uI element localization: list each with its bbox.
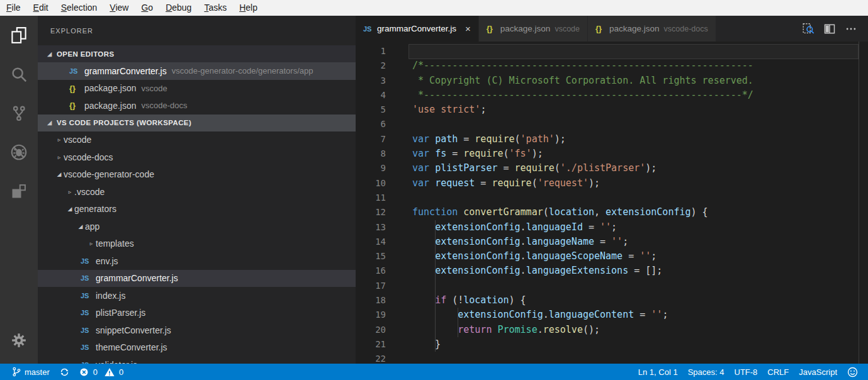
line-number: 1: [356, 44, 386, 59]
menu-mnemonic: V: [110, 3, 115, 13]
problems-indicator[interactable]: 0 0: [74, 364, 128, 380]
tree-item-vscode-generator-code[interactable]: ◢vscode-generator-code: [38, 166, 356, 184]
tree-item-grammarConverter.js[interactable]: JSgrammarConverter.js: [38, 270, 356, 288]
language-mode-indicator[interactable]: JavaScript: [794, 364, 842, 380]
chevron-collapsed-icon: ▹: [55, 137, 64, 143]
close-icon[interactable]: ×: [465, 24, 471, 33]
more-actions-button[interactable]: [840, 16, 862, 42]
open-editor-package.json[interactable]: {}package.jsonvscode: [38, 80, 356, 98]
encoding-indicator[interactable]: UTF-8: [730, 364, 763, 380]
code-line-18[interactable]: 18 if (!location) {: [356, 293, 868, 308]
file-tree: ▹vscode▹vscode-docs◢vscode-generator-cod…: [38, 131, 356, 364]
sidebar-title: EXPLORER: [38, 16, 356, 45]
tree-item-themeConverter.js[interactable]: JSthemeConverter.js: [38, 339, 356, 357]
activitybar-settings[interactable]: [0, 321, 38, 360]
tree-item-app[interactable]: ◢app: [38, 218, 356, 235]
menu-mnemonic: S: [61, 3, 67, 13]
chevron-collapsed-icon: ▹: [65, 189, 74, 195]
tree-item-snippetConverter.js[interactable]: JSsnippetConverter.js: [38, 321, 356, 339]
menu-file[interactable]: File: [0, 0, 27, 16]
line-number: 10: [356, 176, 386, 191]
line-number: 13: [356, 220, 386, 235]
feedback-button[interactable]: [842, 364, 863, 380]
code-line-17[interactable]: 17: [356, 279, 868, 293]
code-line-8[interactable]: 8var fs = require('fs');: [356, 147, 868, 161]
tree-item-validator.js[interactable]: JSvalidator.js: [38, 356, 356, 364]
code-line-3[interactable]: 3 * Copyright (C) Microsoft Corporation.…: [356, 74, 868, 88]
tab-package.json-vscode-docs[interactable]: {}package.jsonvscode-docs: [588, 16, 716, 42]
tab-package.json-vscode[interactable]: {}package.jsonvscode: [479, 16, 588, 42]
activitybar-debug[interactable]: [0, 133, 38, 172]
open-editor-detail: vscode: [142, 84, 167, 93]
activitybar-explorer[interactable]: [0, 16, 38, 55]
code-line-5[interactable]: 5'use strict';: [356, 103, 868, 117]
menu-go[interactable]: Go: [135, 0, 159, 16]
open-editor-name: grammarConverter.js: [84, 66, 167, 76]
menu-edit[interactable]: Edit: [27, 0, 55, 16]
line-content: extensionConfig.languageScopeName = '';: [412, 249, 657, 264]
line-number: 15: [356, 249, 386, 264]
open-preview-button[interactable]: [798, 16, 819, 42]
tree-item-plistParser.js[interactable]: JSplistParser.js: [38, 305, 356, 322]
tree-item-generators[interactable]: ◢generators: [38, 201, 356, 218]
indentation-indicator[interactable]: Spaces: 4: [683, 364, 730, 380]
js-file-icon: JS: [81, 309, 96, 316]
extensions-icon: [10, 182, 28, 200]
activitybar-extensions[interactable]: [0, 172, 38, 211]
code-line-15[interactable]: 15 extensionConfig.languageScopeName = '…: [356, 249, 868, 264]
source-control-icon: [10, 104, 28, 123]
code-line-20[interactable]: 20 return Promise.resolve();: [356, 323, 868, 337]
tree-item-env.js[interactable]: JSenv.js: [38, 252, 356, 270]
code-line-12[interactable]: 12function convertGrammar(location, exte…: [356, 205, 868, 220]
code-editor[interactable]: 12/*------------------------------------…: [356, 42, 868, 364]
eol-indicator[interactable]: CRLF: [762, 364, 794, 380]
gear-icon: [11, 332, 27, 349]
activitybar-search[interactable]: [0, 55, 38, 94]
open-editor-grammarConverter.js[interactable]: JSgrammarConverter.jsvscode-generator-co…: [38, 62, 356, 80]
open-editors-header[interactable]: ◢ OPEN EDITORS: [38, 45, 356, 62]
code-line-14[interactable]: 14 extensionConfig.languageName = '';: [356, 235, 868, 249]
code-line-16[interactable]: 16 extensionConfig.languageExtensions = …: [356, 264, 868, 278]
code-line-11[interactable]: 11: [356, 191, 868, 205]
cursor-position[interactable]: Ln 1, Col 1: [633, 364, 683, 380]
open-editor-package.json[interactable]: {}package.jsonvscode-docs: [38, 97, 356, 115]
tab-label: grammarConverter.js: [377, 24, 456, 33]
menu-mnemonic: H: [239, 3, 245, 13]
tree-item-index.js[interactable]: JSindex.js: [38, 287, 356, 305]
code-line-9[interactable]: 9var plistParser = require('./plistParse…: [356, 161, 868, 176]
git-branch-indicator[interactable]: master: [6, 364, 55, 380]
sync-button[interactable]: [55, 364, 74, 380]
split-editor-button[interactable]: [819, 16, 840, 42]
line-number: 2: [356, 59, 386, 73]
tree-item-vscode[interactable]: ▹vscode: [38, 131, 356, 149]
tree-item-label: themeConverter.js: [96, 342, 167, 352]
tree-item-.vscode[interactable]: ▹.vscode: [38, 183, 356, 201]
workspace-header[interactable]: ◢ VS CODE PROJECTS (WORKSPACE): [38, 115, 356, 131]
menu-view[interactable]: View: [103, 0, 135, 16]
code-line-6[interactable]: 6: [356, 117, 868, 131]
chevron-expanded-icon: ◢: [45, 120, 54, 126]
editor-group: JSgrammarConverter.js×{}package.jsonvsco…: [356, 16, 868, 364]
code-line-10[interactable]: 10var request = require('request');: [356, 176, 868, 191]
line-content: var plistParser = require('./plistParser…: [412, 161, 657, 176]
menu-debug[interactable]: Debug: [159, 0, 198, 16]
activitybar-source-control[interactable]: [0, 94, 38, 133]
menu-help[interactable]: Help: [233, 0, 264, 16]
code-line-4[interactable]: 4 *-------------------------------------…: [356, 88, 868, 103]
tree-item-vscode-docs[interactable]: ▹vscode-docs: [38, 148, 356, 166]
menu-tasks[interactable]: Tasks: [198, 0, 233, 16]
code-line-21[interactable]: 21 }: [356, 337, 868, 352]
code-line-19[interactable]: 19 extensionConfig.languageContent = '';: [356, 308, 868, 322]
explorer-icon: [9, 26, 28, 45]
code-line-22[interactable]: 22: [356, 352, 868, 364]
line-content: }: [412, 337, 441, 352]
error-icon: [79, 367, 89, 377]
tree-item-templates[interactable]: ▹templates: [38, 235, 356, 253]
line-number: 16: [356, 264, 386, 278]
menu-selection[interactable]: Selection: [55, 0, 104, 16]
code-line-7[interactable]: 7var path = require('path');: [356, 132, 868, 147]
code-line-2[interactable]: 2/*-------------------------------------…: [356, 59, 868, 73]
tree-item-label: index.js: [96, 291, 125, 301]
tab-grammarConverter.js[interactable]: JSgrammarConverter.js×: [356, 16, 479, 42]
code-line-13[interactable]: 13 extensionConfig.languageId = '';: [356, 220, 868, 235]
